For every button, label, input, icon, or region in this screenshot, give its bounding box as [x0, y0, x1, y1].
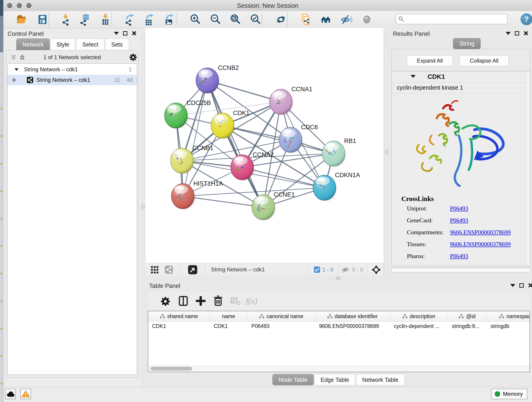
table-panel-close-icon[interactable] — [528, 283, 532, 288]
column-header-label: @id — [466, 313, 475, 319]
cell-description[interactable]: cyclin-dependent ... — [390, 321, 448, 331]
column-header-name[interactable]: name — [210, 311, 247, 321]
zoom-selected-icon[interactable] — [249, 13, 262, 26]
save-session-icon[interactable] — [36, 13, 49, 26]
table-row[interactable]: CDK1CDK1P064939606.ENSP00000378699cyclin… — [148, 321, 530, 331]
zoom-in-icon[interactable] — [189, 13, 201, 26]
table-hscrollbar[interactable] — [148, 366, 530, 372]
control-panel-close-icon[interactable] — [132, 31, 137, 36]
export-network-icon[interactable] — [123, 13, 136, 26]
table-tab-edge-table[interactable]: Edge Table — [314, 374, 355, 385]
node-CCNB1[interactable]: CCNB1 — [171, 145, 214, 173]
results-scrollbar[interactable] — [526, 72, 530, 266]
export-image-icon[interactable] — [163, 13, 175, 26]
node-CCNB2[interactable]: CCNB2 — [196, 64, 239, 93]
open-in-window-icon[interactable] — [188, 265, 197, 274]
table-tab-node-table[interactable]: Node Table — [272, 374, 314, 385]
right-splitter-handle[interactable] — [385, 150, 388, 155]
show-columns-icon[interactable] — [177, 295, 190, 307]
cell-namespace[interactable]: stringdb — [487, 321, 530, 331]
column-header-canonical-name[interactable]: canonical name — [247, 311, 315, 321]
horizontal-splitter[interactable] — [146, 276, 532, 281]
node-CDKN1A[interactable]: CDKN1A — [313, 172, 360, 200]
table-panel-float-icon[interactable] — [510, 284, 515, 287]
network-share-icon[interactable] — [165, 266, 173, 274]
crosslink-link[interactable]: 9606.ENSP00000378699 — [450, 229, 511, 236]
birdseye-grid-icon[interactable] — [151, 266, 159, 274]
crosslink-link[interactable]: P06493 — [450, 205, 468, 212]
crosslink-link[interactable]: 9606.ENSP00000378699 — [450, 241, 511, 248]
cell-name[interactable]: CDK1 — [210, 321, 247, 331]
edge-CCNB2-CCNE1[interactable] — [207, 80, 263, 207]
left-splitter-handle[interactable] — [141, 204, 145, 209]
cell-canonical-name[interactable]: P06493 — [247, 321, 315, 331]
control-tab-sets[interactable]: Sets — [105, 38, 129, 50]
delete-column-trash-icon[interactable] — [212, 295, 224, 307]
memory-button[interactable]: Memory — [491, 389, 527, 399]
table-hscrollbar-thumb[interactable] — [151, 367, 192, 370]
network-row[interactable]: String Network – cdk1 11 48 — [7, 75, 137, 85]
show-graphics-details-icon[interactable] — [361, 13, 373, 26]
left-splitter[interactable] — [141, 28, 146, 387]
node-RB1[interactable]: RB1 — [322, 138, 356, 166]
gene-collapse-icon[interactable] — [411, 75, 416, 78]
export-table-icon[interactable] — [143, 13, 155, 26]
control-tab-network[interactable]: Network — [16, 38, 50, 50]
table-panel-maximize-icon[interactable] — [519, 283, 524, 288]
refresh-view-icon[interactable] — [275, 13, 287, 26]
results-panel-float-icon[interactable] — [506, 32, 511, 35]
string-home-icon[interactable] — [320, 13, 332, 26]
right-splitter[interactable] — [384, 28, 390, 276]
background-dot — [1, 163, 2, 165]
network-canvas[interactable]: CCNB2CCNA1CDC25BCDK1CDC6RB1CCNB1CCNA2CDK… — [146, 28, 384, 263]
edge-HIST1H1A-CCNE1[interactable] — [183, 196, 263, 207]
control-panel-maximize-icon[interactable] — [123, 31, 127, 36]
node-CCNA1[interactable]: CCNA1 — [269, 86, 312, 114]
horizontal-splitter-handle[interactable] — [336, 277, 341, 280]
results-panel-maximize-icon[interactable] — [515, 31, 519, 36]
import-network-file-icon[interactable] — [59, 13, 72, 26]
zoom-fit-icon[interactable] — [229, 13, 241, 26]
gene-section-header[interactable]: CDK1 — [392, 71, 530, 82]
control-panel-tabs: NetworkStyleSelectSets — [16, 38, 130, 50]
column-header-namespace[interactable]: namespace — [487, 311, 530, 321]
zoom-out-icon[interactable] — [209, 13, 222, 26]
control-panel-float-icon[interactable] — [114, 32, 119, 35]
control-tab-select[interactable]: Select — [76, 38, 104, 50]
network-collection-row[interactable]: String Network – cdk1 1 — [7, 64, 137, 75]
edge-CCNB2-HIST1H1A[interactable] — [183, 80, 207, 196]
column-header-database-identifier[interactable]: database identifier — [315, 311, 390, 321]
collapse-all-button[interactable]: Collapse All — [460, 55, 509, 66]
background-dot — [1, 383, 2, 385]
column-header-description[interactable]: description — [390, 311, 448, 321]
results-tab-string[interactable]: String — [453, 38, 481, 49]
open-session-icon[interactable] — [15, 13, 28, 26]
cell--id[interactable]: stringdb:9... — [448, 321, 487, 331]
results-panel-close-icon[interactable] — [523, 31, 528, 36]
search-input[interactable] — [395, 14, 508, 24]
import-table-file-icon[interactable] — [99, 13, 112, 26]
network-status-dot — [12, 78, 16, 82]
create-column-plus-icon[interactable] — [195, 295, 207, 307]
collection-collapse-icon[interactable] — [14, 68, 19, 70]
column-header--id[interactable]: @id — [448, 311, 487, 321]
cell-shared-name[interactable]: CDK1 — [148, 321, 210, 331]
control-tab-style[interactable]: Style — [51, 38, 76, 50]
cell-database-identifier[interactable]: 9606.ENSP00000378699 — [315, 321, 390, 331]
column-header-shared-name[interactable]: shared name — [148, 311, 210, 321]
cloud-status-button[interactable] — [5, 389, 16, 399]
import-network-database-icon[interactable] — [79, 13, 91, 26]
selected-checkbox-icon[interactable] — [314, 267, 320, 273]
network-options-gear-icon[interactable] — [129, 53, 137, 61]
warning-status-button[interactable] — [20, 389, 31, 399]
table-settings-gear-icon[interactable] — [159, 295, 172, 307]
expand-all-button[interactable]: Expand All — [407, 55, 453, 66]
crosslink-link[interactable]: P06493 — [450, 253, 468, 260]
help-button[interactable]: ? — [520, 13, 532, 25]
fit-selected-crosshair-icon[interactable] — [371, 265, 381, 274]
clone-network-icon[interactable] — [300, 13, 312, 26]
crosslink-link[interactable]: P06493 — [450, 217, 468, 224]
table-tab-network-table[interactable]: Network Table — [356, 374, 405, 385]
hide-enhanced-graphics-icon[interactable] — [340, 13, 353, 26]
hidden-eye-icon[interactable] — [342, 267, 350, 273]
